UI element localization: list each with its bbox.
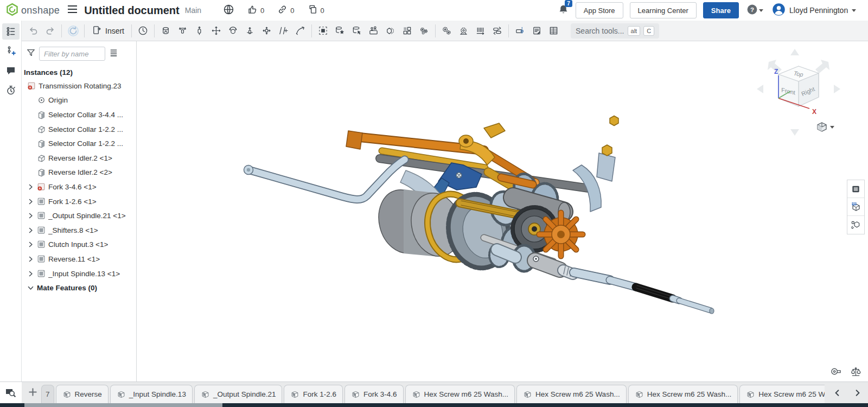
notifications-button[interactable]: 7 — [558, 4, 569, 17]
subassembly-icon — [37, 269, 48, 278]
bom-list-panel-icon[interactable] — [847, 180, 864, 198]
insert-button[interactable]: Insert — [87, 23, 129, 39]
insert-context-icon[interactable] — [348, 23, 365, 39]
rack-relation-icon[interactable] — [472, 23, 489, 39]
document-tab[interactable]: Reverse — [56, 385, 108, 403]
tree-item[interactable]: Reverse Idler.2 <2> — [22, 166, 136, 180]
tab-search-icon[interactable] — [5, 387, 17, 399]
pin-slot-mate-icon[interactable] — [241, 23, 258, 39]
chevron-right-icon[interactable] — [27, 183, 37, 190]
scroll-tabs-right-icon[interactable] — [853, 389, 862, 399]
tree-item[interactable]: Selector Collar 1-2.2 ... — [22, 136, 136, 151]
search-tools-input[interactable]: Search tools... alt C — [571, 23, 659, 39]
configurations-panel-icon[interactable] — [847, 216, 864, 234]
tree-item[interactable]: Fork 1-2.6 <1> — [22, 194, 136, 209]
planar-mate-icon[interactable] — [208, 23, 225, 39]
revolute-mate-icon[interactable] — [174, 23, 191, 39]
tree-item[interactable]: _Shifters.8 <1> — [22, 223, 136, 238]
history-clock-icon[interactable] — [135, 23, 151, 39]
comments-panel-icon[interactable] — [2, 62, 20, 79]
document-tab[interactable]: _Input Spindle.13 — [110, 385, 193, 403]
group-icon[interactable] — [315, 23, 331, 39]
machine-relation-icon[interactable] — [455, 23, 472, 39]
copies-stat[interactable]: 0 — [308, 4, 324, 16]
fastened-mate-icon[interactable] — [258, 23, 275, 39]
chevron-right-icon[interactable] — [27, 227, 37, 234]
update-document-icon[interactable] — [65, 23, 81, 39]
tree-item[interactable]: Origin — [22, 93, 136, 108]
chevron-right-icon[interactable] — [27, 241, 37, 248]
linear-relation-icon[interactable] — [489, 23, 506, 39]
history-panel-icon[interactable] — [2, 82, 20, 98]
public-indicator[interactable] — [223, 4, 234, 17]
tab-scrollbar[interactable] — [0, 403, 868, 407]
list-view-icon[interactable] — [108, 48, 119, 60]
tree-item[interactable]: Fork 3-4.6 <1> — [22, 180, 136, 194]
tree-item[interactable]: _Input Spindle.13 <1> — [22, 266, 136, 281]
user-menu[interactable]: Lloyd Pennington — [772, 3, 856, 18]
undo-icon[interactable] — [25, 23, 42, 39]
chevron-right-icon[interactable] — [27, 256, 37, 263]
bom-icon[interactable] — [545, 23, 562, 39]
document-tab[interactable]: Fork 3-4.6 — [344, 385, 404, 403]
document-tab[interactable]: Hex Screw m6 25 Wash... — [405, 385, 515, 403]
toolbar-divider — [508, 24, 509, 37]
tree-item[interactable]: Reverse Idler.2 <1> — [22, 151, 136, 166]
chevron-right-icon[interactable] — [27, 198, 37, 205]
graphics-viewport[interactable]: Top Front Right Z X — [137, 41, 868, 381]
tree-item[interactable]: Transmission Rotating.23 — [22, 79, 136, 93]
redo-icon[interactable] — [42, 23, 59, 39]
learning-center-button[interactable]: Learning Center — [630, 2, 697, 18]
scroll-tabs-left-icon[interactable] — [833, 389, 841, 399]
caret-down-icon — [852, 9, 856, 12]
chevron-right-icon[interactable] — [27, 270, 37, 277]
versions-panel-icon[interactable] — [2, 43, 20, 59]
edit-in-context-icon[interactable] — [331, 23, 348, 39]
share-button[interactable]: Share — [703, 2, 739, 18]
add-tab-icon[interactable] — [25, 385, 40, 401]
menu-hamburger-icon[interactable] — [67, 5, 78, 16]
tree-item[interactable]: Clutch Input.3 <1> — [22, 238, 136, 252]
document-tab[interactable]: Hex Screw m6 25 Wash... — [628, 385, 738, 403]
document-title[interactable]: Untitled document — [84, 4, 180, 17]
document-tab[interactable]: Hex Screw m6 25 Wa — [739, 385, 825, 403]
view-orientation-button[interactable] — [816, 122, 834, 132]
likes-stat[interactable]: 0 — [247, 4, 264, 16]
drawing-icon[interactable] — [528, 23, 545, 39]
mate-features-row[interactable]: Mate Features (0) — [22, 281, 136, 295]
mass-properties-icon[interactable] — [850, 366, 861, 378]
replicate-icon[interactable] — [416, 23, 432, 39]
tree-item[interactable]: _Output Spindle.21 <1> — [22, 208, 136, 223]
links-stat[interactable]: 0 — [277, 4, 294, 16]
bom-table-panel-icon[interactable] — [847, 198, 864, 216]
slider-mate-icon[interactable] — [191, 23, 208, 39]
tree-item[interactable]: Reverse.11 <1> — [22, 252, 136, 266]
document-tab[interactable]: Hex Screw m6 25 Wash... — [516, 385, 627, 403]
app-store-button[interactable]: App Store — [576, 2, 623, 18]
onshape-logo-icon[interactable] — [5, 3, 19, 18]
tree-item-label: Clutch Input.3 <1> — [48, 240, 108, 249]
tab-scrollbar-thumb[interactable] — [24, 403, 222, 407]
filter-input[interactable] — [39, 47, 105, 61]
gear-relation-icon[interactable] — [438, 23, 455, 39]
section-view-icon[interactable] — [512, 23, 528, 39]
chevron-down-icon[interactable] — [27, 284, 37, 291]
filter-icon[interactable] — [26, 48, 36, 60]
document-tab[interactable]: Fork 1-2.6 — [284, 385, 343, 403]
help-menu[interactable]: ? — [746, 4, 763, 17]
mate-icon[interactable] — [157, 23, 174, 39]
assembly-tree-panel-icon[interactable] — [2, 23, 20, 40]
chevron-right-icon[interactable] — [27, 212, 37, 219]
hidden-tabs-tab[interactable]: 7 — [41, 385, 54, 403]
named-positions-icon[interactable] — [365, 23, 382, 39]
measure-icon[interactable] — [830, 366, 841, 378]
document-tab[interactable]: _Output Spindle.21 — [194, 385, 283, 403]
pattern-icon[interactable] — [399, 23, 416, 39]
tree-item[interactable]: Selector Collar 1-2.2 ... — [22, 122, 136, 137]
path-relation-icon[interactable] — [292, 23, 309, 39]
ball-mate-icon[interactable] — [225, 23, 241, 39]
duplicate-icon[interactable] — [382, 23, 399, 39]
tree-item[interactable]: Selector Collar 3-4.4 ... — [22, 107, 136, 122]
workspace-name[interactable]: Main — [185, 6, 201, 15]
parallel-mate-icon[interactable] — [275, 23, 292, 39]
